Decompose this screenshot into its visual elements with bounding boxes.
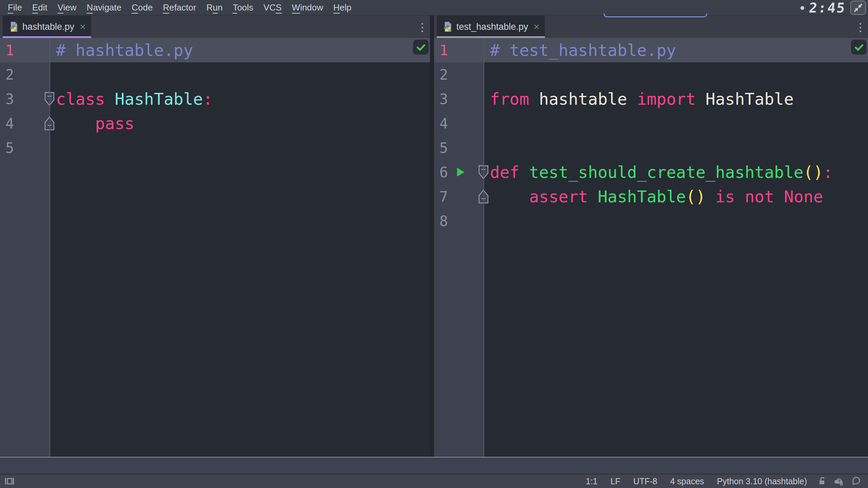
token-plain <box>56 114 95 133</box>
ide-window: FileEditViewNavigateCodeRefactorRunTools… <box>0 0 868 488</box>
line-number[interactable]: 7 <box>434 188 484 205</box>
menu-mnemonic: S <box>276 2 281 14</box>
editor-pane-right: test_hashtable.py × 1# test_hashtable.py… <box>434 16 868 457</box>
token-keyword: from <box>490 89 529 108</box>
line-number[interactable]: 1 <box>0 42 50 59</box>
code-line-6[interactable]: 6def test_should_create_hashtable(): <box>434 160 868 184</box>
token-paren: () <box>804 163 823 182</box>
line-number[interactable]: 5 <box>434 140 484 156</box>
code-line-3[interactable]: 3class HashTable: <box>0 87 430 111</box>
token-plain <box>706 187 715 206</box>
run-test-icon[interactable] <box>456 167 465 179</box>
code-line-1[interactable]: 1# test_hashtable.py <box>434 38 868 62</box>
code-line-4[interactable]: 4 <box>434 111 868 136</box>
status-icons: ? <box>816 476 861 486</box>
notifications-icon[interactable] <box>851 476 861 486</box>
line-number[interactable]: 1 <box>434 42 484 59</box>
token-plain <box>105 89 115 108</box>
tab-options-kebab-icon[interactable] <box>419 21 425 34</box>
code-text: def test_should_create_hashtable(): <box>484 160 833 184</box>
menu-item-run[interactable]: Run <box>201 2 228 13</box>
token-paren: () <box>686 187 706 206</box>
token-plain: hashtable <box>529 89 637 108</box>
toolwindow-bars-toggle[interactable] <box>4 476 15 486</box>
menu-items: FileEditViewNavigateCodeRefactorRunTools… <box>3 2 357 13</box>
code-line-5[interactable]: 5 <box>0 136 430 160</box>
token-plain <box>490 187 529 206</box>
code-line-3[interactable]: 3from hashtable import HashTable <box>434 87 868 111</box>
token-plain <box>774 187 784 206</box>
token-keyword: import <box>637 89 695 108</box>
tab-options-kebab-icon[interactable] <box>857 21 863 34</box>
code-line-1[interactable]: 1# hashtable.py <box>0 38 430 62</box>
status-encoding[interactable]: UTF-8 <box>633 476 657 486</box>
token-func: test_should_create_hashtable <box>529 163 804 182</box>
line-number[interactable]: 2 <box>0 66 50 83</box>
menu-item-refactor[interactable]: Refactor <box>158 2 201 13</box>
status-caret-position[interactable]: 1:1 <box>586 476 598 486</box>
code-editor-right[interactable]: 1# test_hashtable.py23from hashtable imp… <box>434 38 868 457</box>
status-python-interpreter[interactable]: Python 3.10 (hashtable) <box>717 476 807 486</box>
svg-text:?: ? <box>838 479 841 484</box>
menu-mnemonic: F <box>8 2 13 14</box>
focus-underline-decoration <box>604 14 707 17</box>
code-text: assert HashTable() is not None <box>484 184 823 209</box>
line-number[interactable]: 3 <box>434 91 484 107</box>
token-keyword: : <box>823 163 833 182</box>
readonly-unlock-icon[interactable] <box>816 476 827 486</box>
menu-mnemonic: R <box>163 2 169 14</box>
menu-item-help[interactable]: Help <box>328 2 356 13</box>
menu-bar: FileEditViewNavigateCodeRefactorRunTools… <box>0 0 868 16</box>
inspections-ok-widget[interactable] <box>413 40 429 55</box>
editor-pane-left: hashtable.py × 1# hashtable.py23class Ha… <box>0 16 430 457</box>
tab-close-icon[interactable]: × <box>534 22 540 32</box>
tab-hashtable[interactable]: hashtable.py × <box>3 16 91 38</box>
code-editor-left[interactable]: 1# hashtable.py23class HashTable:4 pass5 <box>0 38 430 457</box>
line-number[interactable]: 4 <box>0 115 50 132</box>
status-line-ending[interactable]: LF <box>610 476 620 486</box>
line-number[interactable]: 4 <box>434 115 484 132</box>
menu-mnemonic: H <box>333 2 340 14</box>
menu-item-code[interactable]: Code <box>126 2 158 13</box>
status-indent[interactable]: 4 spaces <box>670 476 704 486</box>
menu-mnemonic: u <box>213 2 217 14</box>
line-number[interactable]: 2 <box>434 66 484 83</box>
line-number[interactable]: 8 <box>434 213 484 229</box>
inspections-ok-widget[interactable] <box>851 40 867 55</box>
menu-item-file[interactable]: File <box>3 2 27 13</box>
code-line-4[interactable]: 4 pass <box>0 111 430 136</box>
editor-splitter[interactable] <box>430 16 434 457</box>
code-line-2[interactable]: 2 <box>0 62 430 87</box>
menu-item-navigate[interactable]: Navigate <box>82 2 127 13</box>
code-line-2[interactable]: 2 <box>434 62 868 87</box>
collapse-window-button[interactable] <box>850 1 866 15</box>
code-line-5[interactable]: 5 <box>434 136 868 160</box>
status-items: 1:1LFUTF-84 spacesPython 3.10 (hashtable… <box>586 476 807 486</box>
checkmark-icon <box>854 42 864 52</box>
code-line-7[interactable]: 7 assert HashTable() is not None <box>434 184 868 209</box>
line-number[interactable]: 3 <box>0 91 50 107</box>
interpreter-help-gear-icon[interactable]: ? <box>833 476 844 486</box>
menu-bar-right: 2:45 <box>801 0 866 16</box>
token-keyword: class <box>56 89 105 108</box>
tab-close-icon[interactable]: × <box>80 22 86 32</box>
line-number[interactable]: 5 <box>0 140 50 156</box>
token-keyword: None <box>784 187 823 206</box>
token-classname: HashTable <box>115 89 203 108</box>
toolwindow-icon <box>4 476 15 486</box>
menu-item-view[interactable]: View <box>53 2 82 13</box>
menu-item-window[interactable]: Window <box>287 2 328 13</box>
token-keyword: : <box>203 89 213 108</box>
code-lines: 1# test_hashtable.py23from hashtable imp… <box>434 38 868 233</box>
menu-mnemonic: E <box>32 2 38 14</box>
code-text: from hashtable import HashTable <box>484 87 794 111</box>
python-file-icon <box>442 21 452 32</box>
code-lines: 1# hashtable.py23class HashTable:4 pass5 <box>0 38 430 160</box>
menu-item-vcs[interactable]: VCS <box>258 2 287 13</box>
tab-strip-left: hashtable.py × <box>0 16 430 38</box>
menu-item-edit[interactable]: Edit <box>27 2 53 13</box>
code-line-8[interactable]: 8 <box>434 209 868 233</box>
menu-item-tools[interactable]: Tools <box>228 2 258 13</box>
code-text: pass <box>50 111 134 136</box>
tab-test-hashtable[interactable]: test_hashtable.py × <box>437 16 545 38</box>
